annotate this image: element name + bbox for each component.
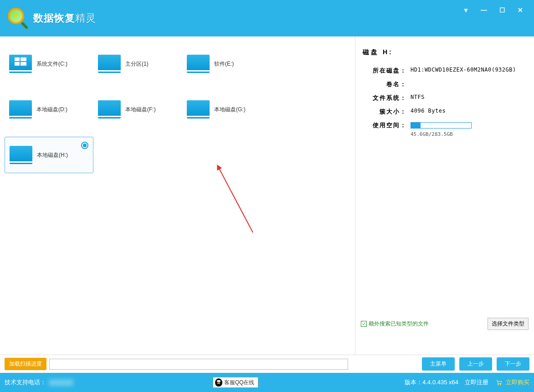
status-right: 版本：4.4.0.435 x64 立即注册 立即购买 (405, 378, 529, 387)
drive-item-d[interactable]: 本地磁盘(D:) (5, 91, 93, 128)
action-bar: 加载扫描进度 主菜单 上一步 下一步 (0, 355, 534, 373)
info-bottom: ✓ 额外搜索已知类型的文件 选择文件类型 (361, 318, 529, 330)
svg-point-2 (500, 384, 501, 385)
select-file-types-button[interactable]: 选择文件类型 (488, 318, 529, 330)
register-link[interactable]: 立即注册 (465, 378, 488, 387)
logo-area: 数据恢复精灵 (7, 7, 96, 30)
drive-icon (187, 55, 210, 73)
app-title: 数据恢复精灵 (33, 11, 96, 25)
close-button[interactable]: ✕ (516, 5, 525, 15)
info-row-volume: 卷名： (363, 80, 530, 88)
selected-radio-icon (81, 142, 88, 149)
info-label: 卷名： (363, 80, 411, 88)
drive-item-e[interactable]: 软件(E:) (182, 46, 271, 82)
main-area: 系统文件(C:) 主分区(1) 软件(E:) 本地磁盘(D:) 本地磁盘(F:)… (0, 36, 534, 355)
qq-icon (215, 378, 222, 387)
extra-search-checkbox[interactable]: ✓ 额外搜索已知类型的文件 (361, 320, 429, 328)
maximize-button[interactable]: ☐ (498, 5, 507, 15)
drive-icon (9, 100, 32, 119)
drive-item-primary[interactable]: 主分区(1) (93, 46, 182, 82)
progress-path-input[interactable] (49, 359, 348, 370)
info-value: NTFS (411, 94, 425, 102)
svg-line-0 (219, 168, 253, 232)
info-label: 文件系统： (363, 94, 411, 102)
drive-label: 本地磁盘(G:) (214, 106, 246, 113)
info-row-fs: 文件系统： NTFS (363, 94, 530, 102)
info-row-usage: 使用空间： 45.6GB/283.5GB (363, 121, 530, 137)
status-bar: 技术支持电话： 客服QQ在线 版本：4.4.0.435 x64 立即注册 立即购… (0, 373, 534, 392)
window-controls: ▾ — ☐ ✕ (461, 5, 525, 15)
drive-icon (98, 100, 121, 119)
cart-icon (495, 379, 503, 386)
titlebar: 数据恢复精灵 ▾ — ☐ ✕ (0, 0, 534, 36)
app-title-main: 数据恢复 (33, 12, 75, 24)
qq-support-label: 客服QQ在线 (224, 379, 255, 387)
drive-item-h[interactable]: 本地磁盘(H:) (5, 137, 93, 173)
usage-container: 45.6GB/283.5GB (411, 121, 472, 137)
info-label: 使用空间： (363, 121, 411, 137)
drive-pane: 系统文件(C:) 主分区(1) 软件(E:) 本地磁盘(D:) 本地磁盘(F:)… (0, 36, 355, 355)
qq-support-button[interactable]: 客服QQ在线 (213, 377, 259, 388)
load-scan-progress-button[interactable]: 加载扫描进度 (5, 358, 46, 370)
drive-icon (98, 55, 121, 73)
status-left: 技术支持电话： 客服QQ在线 (5, 377, 258, 388)
info-label: 簇大小： (363, 108, 411, 116)
drive-icon (10, 146, 32, 164)
drive-label: 系统文件(C:) (36, 60, 67, 68)
drive-item-g[interactable]: 本地磁盘(G:) (182, 91, 271, 128)
support-phone-label: 技术支持电话： (5, 378, 46, 387)
nav-buttons: 主菜单 上一步 下一步 (422, 357, 529, 371)
buy-label: 立即购买 (506, 378, 529, 387)
dropdown-button[interactable]: ▾ (461, 5, 470, 15)
drive-label: 主分区(1) (125, 60, 149, 68)
usage-text: 45.6GB/283.5GB (411, 131, 472, 137)
main-menu-button[interactable]: 主菜单 (422, 357, 455, 371)
drive-icon (187, 100, 210, 119)
minimize-button[interactable]: — (479, 5, 488, 15)
drive-item-c[interactable]: 系统文件(C:) (5, 46, 93, 82)
drive-label: 本地磁盘(D:) (36, 106, 67, 113)
info-row-cluster: 簇大小： 4096 Bytes (363, 108, 530, 116)
drive-label: 软件(E:) (214, 60, 234, 68)
checkbox-icon: ✓ (361, 321, 367, 327)
info-row-disk: 所在磁盘： HD1:WDCWD10EZEX-60M2NA0(932GB) (363, 67, 530, 75)
usage-bar (411, 122, 472, 129)
app-logo-icon (7, 7, 30, 30)
info-value: HD1:WDCWD10EZEX-60M2NA0(932GB) (411, 67, 516, 75)
checkbox-label: 额外搜索已知类型的文件 (369, 320, 429, 328)
info-pane: 磁盘 H: 所在磁盘： HD1:WDCWD10EZEX-60M2NA0(932G… (355, 36, 534, 355)
svg-point-1 (498, 384, 498, 385)
drive-item-f[interactable]: 本地磁盘(F:) (93, 91, 182, 128)
info-title: 磁盘 H: (363, 48, 530, 57)
support-phone-blurred (49, 379, 73, 386)
drive-icon (9, 55, 32, 73)
arrow-annotation (214, 164, 269, 237)
prev-button[interactable]: 上一步 (459, 357, 492, 371)
drive-label: 本地磁盘(H:) (37, 151, 68, 159)
app-title-suffix: 精灵 (75, 12, 96, 24)
buy-link[interactable]: 立即购买 (495, 378, 529, 387)
info-value: 4096 Bytes (411, 108, 446, 116)
next-button[interactable]: 下一步 (497, 357, 529, 371)
info-label: 所在磁盘： (363, 67, 411, 75)
version-text: 版本：4.4.0.435 x64 (405, 378, 458, 387)
usage-fill (411, 123, 421, 128)
drive-label: 本地磁盘(F:) (125, 106, 156, 113)
